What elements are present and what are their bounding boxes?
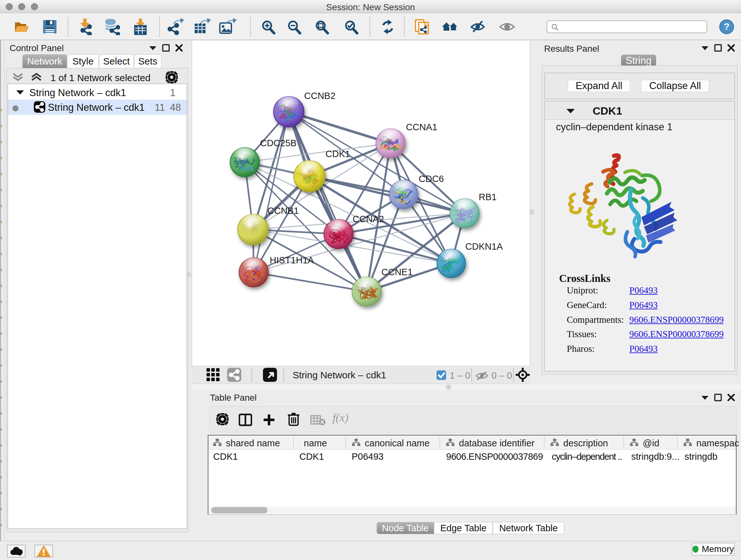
svg-text:CDC6: CDC6 (419, 174, 444, 184)
svg-text:CDK1: CDK1 (326, 149, 350, 159)
svg-text:RB1: RB1 (479, 192, 496, 202)
svg-text:CCNA1: CCNA1 (406, 122, 437, 132)
svg-text:CDKN1A: CDKN1A (465, 241, 503, 252)
svg-text:CDC25B: CDC25B (260, 138, 296, 148)
svg-text:HIST1H1A: HIST1H1A (270, 255, 314, 265)
svg-text:CCNB1: CCNB1 (267, 206, 299, 216)
svg-text:CCNB2: CCNB2 (304, 91, 335, 101)
svg-text:f(x): f(x) (333, 411, 348, 424)
svg-text:CCNA2: CCNA2 (353, 214, 384, 224)
svg-text:?: ? (724, 21, 730, 32)
svg-text:CCNE1: CCNE1 (381, 267, 413, 277)
